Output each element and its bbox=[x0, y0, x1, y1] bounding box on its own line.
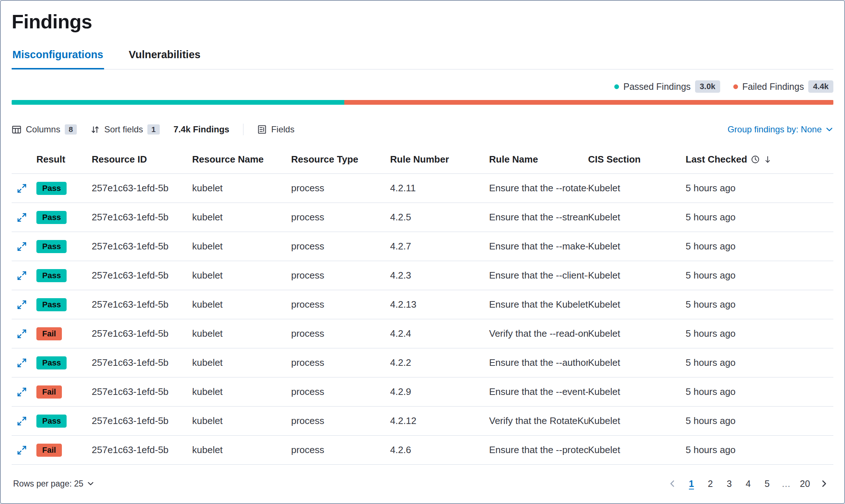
expand-row-button[interactable] bbox=[17, 329, 27, 339]
resource-id-cell: 257e1c63-1efd-5b bbox=[92, 415, 192, 427]
resource-name-cell: kubelet bbox=[192, 328, 291, 339]
clock-icon bbox=[751, 155, 760, 164]
rule-name-cell: Ensure that the --authorization-mode arg… bbox=[489, 357, 588, 368]
table-row: Pass257e1c63-1efd-5bkubeletprocess4.2.5E… bbox=[12, 203, 833, 232]
result-badge: Fail bbox=[36, 444, 62, 457]
resource-name-cell: kubelet bbox=[192, 415, 291, 427]
findings-total-count: 7.4k Findings bbox=[174, 124, 229, 135]
fields-button[interactable]: Fields bbox=[257, 124, 294, 135]
header-cis-section[interactable]: CIS Section bbox=[588, 154, 686, 165]
tabs-bar: Misconfigurations Vulnerabilities bbox=[12, 49, 833, 69]
header-last-checked[interactable]: Last Checked bbox=[686, 154, 833, 165]
previous-page-button[interactable] bbox=[665, 475, 681, 492]
chevron-down-icon bbox=[87, 480, 94, 487]
result-badge: Pass bbox=[36, 298, 67, 311]
resource-name-cell: kubelet bbox=[192, 270, 291, 281]
expand-icon bbox=[17, 329, 27, 339]
result-badge: Fail bbox=[36, 327, 62, 340]
cis-section-cell: Kubelet bbox=[588, 212, 686, 223]
expand-row-button[interactable] bbox=[17, 445, 27, 455]
expand-row-button[interactable] bbox=[17, 300, 27, 310]
result-badge: Pass bbox=[36, 356, 67, 369]
expand-row-button[interactable] bbox=[17, 183, 27, 193]
result-badge: Pass bbox=[36, 211, 67, 224]
expand-row-button[interactable] bbox=[17, 241, 27, 252]
expand-row-button[interactable] bbox=[17, 358, 27, 368]
expand-icon bbox=[17, 183, 27, 193]
expand-row-button[interactable] bbox=[17, 271, 27, 281]
next-page-button[interactable] bbox=[816, 475, 832, 492]
resource-id-cell: 257e1c63-1efd-5b bbox=[92, 270, 192, 281]
resource-name-cell: kubelet bbox=[192, 386, 291, 397]
expand-icon bbox=[17, 358, 27, 368]
toolbar-separator bbox=[243, 124, 243, 135]
chevron-down-icon bbox=[825, 125, 833, 133]
header-rule-name[interactable]: Rule Name bbox=[489, 154, 588, 165]
rule-name-cell: Ensure that the --rotate-certificates ar… bbox=[489, 183, 588, 194]
header-resource-name[interactable]: Resource Name bbox=[192, 154, 291, 165]
page-button[interactable]: 20 bbox=[797, 475, 813, 492]
passed-findings-legend: Passed Findings 3.0k bbox=[614, 80, 720, 93]
group-findings-by-button[interactable]: Group findings by: None bbox=[727, 124, 833, 135]
cis-section-cell: Kubelet bbox=[588, 299, 686, 310]
last-checked-cell: 5 hours ago bbox=[686, 386, 833, 397]
page-button[interactable]: 2 bbox=[702, 475, 718, 492]
expand-icon bbox=[17, 300, 27, 310]
header-resource-id[interactable]: Resource ID bbox=[92, 154, 192, 165]
page-title: Findings bbox=[12, 10, 833, 33]
resource-id-cell: 257e1c63-1efd-5b bbox=[92, 386, 192, 397]
tab-misconfigurations[interactable]: Misconfigurations bbox=[12, 49, 104, 69]
rule-number-cell: 4.2.9 bbox=[390, 386, 489, 397]
cis-section-cell: Kubelet bbox=[588, 386, 686, 397]
resource-id-cell: 257e1c63-1efd-5b bbox=[92, 183, 192, 194]
resource-id-cell: 257e1c63-1efd-5b bbox=[92, 444, 192, 456]
sort-fields-button[interactable]: Sort fields 1 bbox=[91, 124, 159, 135]
rule-number-cell: 4.2.4 bbox=[390, 328, 489, 339]
expand-row-button[interactable] bbox=[17, 416, 27, 426]
rule-number-cell: 4.2.13 bbox=[390, 299, 489, 310]
rule-number-cell: 4.2.6 bbox=[390, 444, 489, 456]
rule-number-cell: 4.2.12 bbox=[390, 415, 489, 427]
result-badge: Pass bbox=[36, 182, 67, 195]
findings-legend: Passed Findings 3.0k Failed Findings 4.4… bbox=[12, 79, 833, 94]
resource-type-cell: process bbox=[291, 299, 390, 310]
page-button[interactable]: 3 bbox=[721, 475, 737, 492]
expand-icon bbox=[17, 387, 27, 397]
table-row: Pass257e1c63-1efd-5bkubeletprocess4.2.13… bbox=[12, 290, 833, 319]
result-badge: Fail bbox=[36, 385, 62, 399]
resource-id-cell: 257e1c63-1efd-5b bbox=[92, 241, 192, 252]
page-button[interactable]: 1 bbox=[683, 475, 699, 492]
header-result[interactable]: Result bbox=[36, 154, 92, 165]
cis-section-cell: Kubelet bbox=[588, 270, 686, 281]
rule-name-cell: Ensure that the --client-ca-file argumen… bbox=[489, 270, 588, 281]
resource-name-cell: kubelet bbox=[192, 299, 291, 310]
page-button[interactable]: 4 bbox=[740, 475, 756, 492]
resource-name-cell: kubelet bbox=[192, 212, 291, 223]
expand-row-button[interactable] bbox=[17, 212, 27, 223]
sort-descending-icon bbox=[763, 155, 772, 164]
failed-findings-legend: Failed Findings 4.4k bbox=[733, 80, 833, 93]
expand-icon bbox=[17, 445, 27, 455]
table-row: Fail257e1c63-1efd-5bkubeletprocess4.2.9E… bbox=[12, 377, 833, 407]
table-row: Fail257e1c63-1efd-5bkubeletprocess4.2.4V… bbox=[12, 319, 833, 348]
resource-name-cell: kubelet bbox=[192, 357, 291, 368]
columns-button[interactable]: Columns 8 bbox=[12, 124, 77, 135]
failed-dot-icon bbox=[733, 84, 738, 89]
resource-type-cell: process bbox=[291, 241, 390, 252]
tab-vulnerabilities[interactable]: Vulnerabilities bbox=[128, 49, 201, 69]
table-body: Pass257e1c63-1efd-5bkubeletprocess4.2.11… bbox=[12, 174, 833, 465]
resource-id-cell: 257e1c63-1efd-5b bbox=[92, 299, 192, 310]
rule-number-cell: 4.2.7 bbox=[390, 241, 489, 252]
header-resource-type[interactable]: Resource Type bbox=[291, 154, 390, 165]
last-checked-cell: 5 hours ago bbox=[686, 270, 833, 281]
last-checked-cell: 5 hours ago bbox=[686, 241, 833, 252]
resource-name-cell: kubelet bbox=[192, 241, 291, 252]
rows-per-page-button[interactable]: Rows per page: 25 bbox=[13, 479, 94, 489]
header-rule-number[interactable]: Rule Number bbox=[390, 154, 489, 165]
rule-name-cell: Ensure that the --protect-kernel-default… bbox=[489, 444, 588, 456]
cis-section-cell: Kubelet bbox=[588, 241, 686, 252]
expand-row-button[interactable] bbox=[17, 387, 27, 397]
table-header-row: Result Resource ID Resource Name Resourc… bbox=[12, 145, 833, 174]
page-button[interactable]: 5 bbox=[759, 475, 775, 492]
columns-label: Columns bbox=[26, 124, 60, 135]
